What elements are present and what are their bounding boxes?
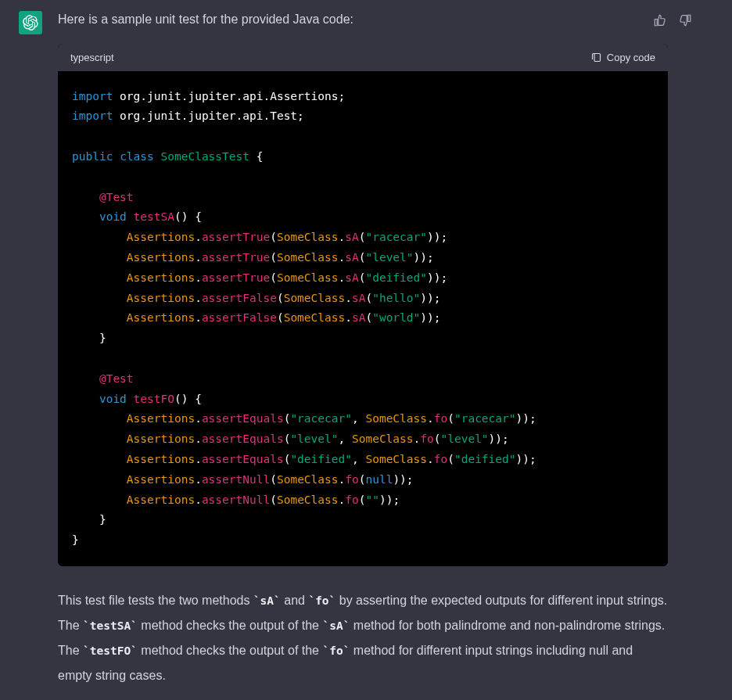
code-block: typescript Copy code import org.junit.ju… — [58, 44, 668, 566]
thumbs-up-button[interactable] — [652, 13, 668, 28]
intro-text: Here is a sample unit test for the provi… — [58, 9, 668, 30]
thumbs-up-icon — [653, 13, 667, 27]
thumbs-down-icon — [678, 13, 692, 27]
assistant-avatar — [19, 11, 42, 34]
feedback-actions — [652, 13, 693, 28]
svg-rect-0 — [594, 53, 601, 61]
code-header: typescript Copy code — [58, 44, 668, 71]
code-content[interactable]: import org.junit.jupiter.api.Assertions;… — [58, 71, 668, 566]
copy-code-button[interactable]: Copy code — [590, 52, 655, 63]
message-content: Here is a sample unit test for the provi… — [58, 9, 668, 688]
clipboard-icon — [590, 52, 602, 63]
openai-logo-icon — [23, 15, 38, 31]
code-language-label: typescript — [70, 52, 114, 63]
assistant-message: Here is a sample unit test for the provi… — [19, 9, 713, 688]
thumbs-down-button[interactable] — [677, 13, 693, 28]
explanation-text: This test file tests the two methods `sA… — [58, 588, 668, 688]
copy-label: Copy code — [607, 52, 655, 63]
